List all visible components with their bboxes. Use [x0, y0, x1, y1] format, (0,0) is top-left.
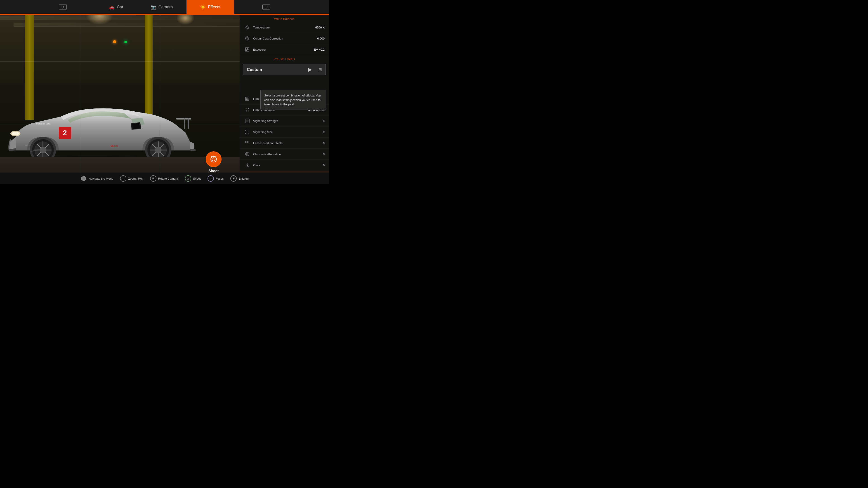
svg-point-51: [248, 98, 249, 99]
svg-point-53: [247, 99, 248, 100]
svg-point-54: [248, 99, 249, 100]
white-balance-header: White Balance: [240, 15, 329, 22]
film-grain-mode-icon: [244, 107, 250, 113]
tab-effects-label: Effects: [208, 5, 220, 9]
vignetting-strength-value: 0: [323, 119, 324, 123]
chromatic-aberration-row[interactable]: Chromatic Aberration 0: [240, 149, 329, 160]
svg-line-37: [246, 29, 246, 29]
tab-camera-label: Camera: [158, 5, 173, 9]
svg-rect-89: [85, 177, 86, 180]
svg-rect-25: [188, 118, 189, 129]
screen-effect-header-row[interactable]: Screen Effect 1 ▼: [240, 171, 329, 173]
tab-effects[interactable]: ☀️ Effects: [186, 0, 234, 14]
svg-point-29: [212, 158, 215, 161]
beam-3: [13, 23, 240, 27]
temperature-icon: [244, 24, 250, 31]
glare-value: 0: [323, 164, 324, 167]
shoot-button[interactable]: [206, 151, 221, 167]
triangle-button-icon: △: [185, 175, 191, 182]
tab-car[interactable]: 🚗 Car: [95, 0, 137, 14]
preset-tooltip: Select a pre-set combination of effects.…: [260, 90, 326, 110]
colour-cast-row[interactable]: Colour Cast Correction 0.000: [240, 33, 329, 44]
vignetting-strength-row[interactable]: Vignetting Strength 0: [240, 116, 329, 127]
shoot-button-container: Shoot: [206, 151, 221, 173]
svg-point-48: [248, 98, 249, 98]
temperature-label: Temperature: [253, 26, 315, 29]
l-button-icon: L: [120, 175, 126, 182]
preset-dropdown[interactable]: Custom ▶ ⊞: [243, 64, 326, 75]
beam-2: [0, 16, 240, 20]
svg-point-46: [246, 98, 247, 98]
svg-rect-60: [246, 120, 249, 122]
film-grain-icon: [244, 96, 250, 102]
colour-cast-label: Colour Cast Correction: [253, 37, 317, 40]
colour-cast-value: 0.000: [317, 37, 324, 40]
svg-text:AMG: AMG: [25, 144, 30, 147]
tab-camera[interactable]: 📷 Camera: [137, 0, 186, 14]
vignetting-size-row[interactable]: Vignetting Size 0: [240, 127, 329, 138]
navigate-control: Navigate the Menu: [81, 175, 113, 182]
vignetting-strength-label: Vignetting Strength: [253, 119, 323, 123]
vignetting-size-label: Vignetting Size: [253, 130, 323, 134]
svg-rect-87: [83, 180, 85, 181]
r1-trigger[interactable]: R1: [262, 4, 270, 9]
traffic-light-green: [124, 41, 127, 43]
svg-rect-90: [83, 177, 85, 180]
temperature-row[interactable]: Temperature 6500 K: [240, 22, 329, 33]
svg-line-36: [248, 29, 249, 29]
svg-point-52: [246, 99, 247, 100]
svg-rect-88: [81, 177, 83, 180]
bottom-bar: Navigate the Menu L Zoom / Roll R Rotate…: [0, 173, 329, 184]
focus-label: Focus: [216, 177, 223, 180]
preset-effects-header: Pre-Set Effects: [240, 55, 329, 62]
enlarge-label: Enlarge: [239, 177, 249, 180]
svg-rect-40: [246, 48, 249, 51]
glare-row[interactable]: Glare 0: [240, 160, 329, 171]
rotate-control: R Rotate Camera: [150, 175, 178, 182]
svg-point-57: [246, 110, 247, 111]
svg-rect-61: [246, 141, 247, 143]
glare-icon: [244, 162, 250, 168]
svg-rect-62: [248, 141, 249, 143]
r1-label: R1: [265, 6, 268, 8]
car-svg: 2 Mercedes-Benz BRIDGESTONE AMG Mobil1: [0, 92, 201, 164]
cursor-arrow-icon: ▶: [308, 67, 312, 72]
chromatic-aberration-value: 0: [323, 153, 324, 156]
svg-point-55: [246, 108, 247, 109]
svg-point-50: [247, 98, 248, 99]
svg-rect-24: [184, 118, 185, 129]
sun-icon: ☀️: [200, 4, 206, 10]
lens-distortion-row[interactable]: Lens Distortion Effects 0: [240, 138, 329, 149]
glare-label: Glare: [253, 164, 323, 167]
svg-text:Mercedes-Benz: Mercedes-Benz: [36, 123, 51, 125]
svg-line-76: [248, 164, 249, 164]
shoot-bottom-label: Shoot: [193, 177, 201, 180]
preset-selected-label: Custom: [247, 67, 318, 72]
svg-line-74: [248, 166, 249, 167]
focus-control: □ Focus: [208, 175, 223, 182]
l1-trigger[interactable]: L1: [59, 4, 67, 9]
chromatic-aberration-icon: [244, 151, 250, 157]
vignetting-size-value: 0: [323, 130, 324, 134]
topbar-accent-line: [0, 14, 329, 15]
l1-label: L1: [61, 6, 64, 8]
exposure-row[interactable]: Exposure EV +0.2: [240, 44, 329, 55]
grid-view-icon[interactable]: ⊞: [318, 67, 322, 72]
rotate-label: Rotate Camera: [158, 177, 178, 180]
shoot-control: △ Shoot: [185, 175, 201, 182]
enlarge-control: ⊞ Enlarge: [230, 175, 249, 182]
square-button-icon: □: [208, 175, 214, 182]
svg-line-38: [248, 26, 249, 26]
lens-distortion-label: Lens Distortion Effects: [253, 141, 323, 145]
zoom-label: Zoom / Roll: [128, 177, 143, 180]
vignetting-strength-icon: [244, 118, 250, 124]
car-viewport: 2 Mercedes-Benz BRIDGESTONE AMG Mobil1: [0, 0, 240, 184]
tab-car-label: Car: [117, 5, 123, 9]
exposure-icon: [244, 46, 250, 53]
chromatic-aberration-label: Chromatic Aberration: [253, 153, 323, 156]
r-button-icon: R: [150, 175, 156, 182]
lens-distortion-icon: [244, 140, 250, 146]
lens-distortion-value: 0: [323, 141, 324, 145]
topbar: L1 🚗 Car 📷 Camera ☀️ Effects R1: [0, 0, 329, 14]
traffic-light-orange: [113, 40, 116, 43]
